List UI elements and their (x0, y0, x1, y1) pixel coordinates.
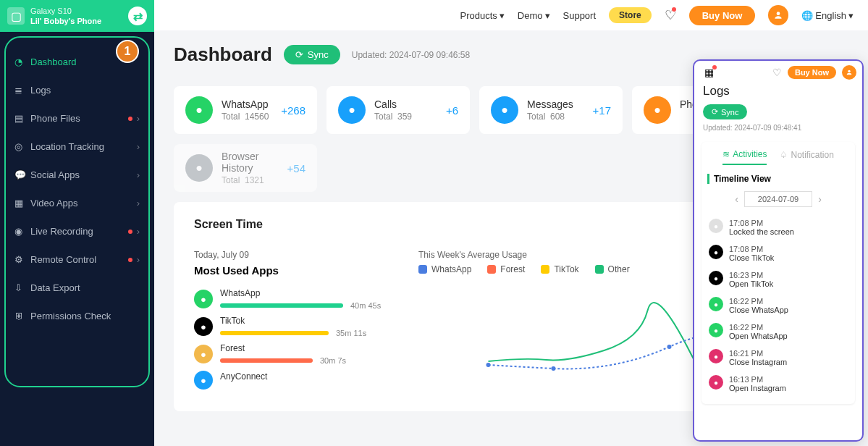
sidebar-item-social-apps[interactable]: 💬Social Apps› (0, 161, 154, 189)
event-icon: ● (709, 349, 723, 363)
sidebar-item-remote-control[interactable]: ⚙Remote Control› (0, 245, 154, 274)
svg-point-5 (848, 70, 850, 72)
sync-button[interactable]: ⟳Sync (284, 45, 340, 64)
event-desc: Locked the screen (729, 227, 794, 236)
sidebar-item-logs[interactable]: ≣Logs (0, 76, 154, 104)
legend-item: WhatsApp (418, 264, 471, 274)
sidebar-item-live-recording[interactable]: ◉Live Recording› (0, 217, 154, 245)
device-model: Galaxy S10 (30, 6, 122, 16)
sidebar-label: Phone Files (30, 113, 128, 124)
card-total: Total 1321 (222, 175, 279, 185)
card-total: Total 608 (527, 112, 584, 122)
app-bar (220, 331, 329, 335)
event-desc: Open WhatsApp (729, 332, 788, 340)
android-icon: ▢ (7, 7, 25, 25)
sync-icon: ⟳ (295, 49, 303, 60)
layers-icon: ≋ (722, 149, 730, 159)
app-row: ●TikTok35m 11s (194, 316, 389, 337)
event-desc: Open TikTok (729, 279, 773, 288)
app-name: WhatsApp (220, 288, 389, 298)
stat-card-whatsapp[interactable]: ●WhatsAppTotal 14560+268 (174, 86, 317, 134)
sidebar-icon: ⛨ (14, 311, 30, 321)
sidebar-item-phone-files[interactable]: ▤Phone Files› (0, 104, 154, 132)
chevron-down-icon: ▾ (500, 10, 505, 21)
buy-now-button[interactable]: Buy Now (689, 6, 756, 25)
date-next[interactable]: › (818, 193, 822, 205)
chevron-right-icon: › (137, 169, 140, 180)
card-icon: ● (338, 96, 366, 124)
timeline-event[interactable]: ●16:23 PMOpen TikTok (707, 266, 849, 293)
timeline-event[interactable]: ●16:22 PMOpen WhatsApp (707, 319, 849, 345)
event-desc: Open Instagram (729, 384, 786, 392)
sidebar-icon: 💬 (14, 169, 30, 180)
legend-swatch (595, 265, 604, 274)
mobile-avatar[interactable] (842, 65, 856, 80)
app-bar (220, 358, 313, 363)
legend-swatch (541, 265, 549, 274)
app-name: TikTok (220, 316, 389, 326)
tab-activities[interactable]: ≋Activities (722, 149, 767, 165)
card-icon: ● (185, 154, 213, 182)
bell-icon: ♤ (780, 150, 788, 160)
nav-support[interactable]: Support (563, 10, 597, 21)
mobile-updated: Updated: 2024-07-09 09:48:41 (694, 124, 862, 138)
language-select[interactable]: 🌐English▾ (801, 10, 854, 21)
timeline-event[interactable]: ●16:21 PMClose Instagram (707, 345, 849, 371)
timeline-event[interactable]: ●16:13 PMOpen Instagram (707, 371, 849, 397)
nav-products[interactable]: Products▾ (460, 10, 505, 21)
sidebar-icon: ≣ (14, 85, 30, 96)
store-button[interactable]: Store (609, 7, 652, 23)
sidebar-label: Social Apps (30, 169, 137, 180)
card-icon: ● (185, 96, 213, 124)
sidebar-icon: ◎ (14, 141, 30, 152)
app-row: ●AnyConnect (194, 371, 389, 390)
stat-card-calls[interactable]: ●CallsTotal 359+6 (326, 86, 470, 134)
device-header[interactable]: ▢ Galaxy S10 Lil' Bobby's Phone ⇄ (0, 0, 154, 32)
mobile-buy-now[interactable]: Buy Now (788, 66, 836, 79)
legend-item: TikTok (541, 264, 578, 274)
tab-notification[interactable]: ♤Notification (780, 149, 833, 165)
most-used-title: Most Used Apps (194, 264, 389, 277)
sidebar-item-data-export[interactable]: ⇩Data Export (0, 274, 154, 302)
timeline-event[interactable]: ●16:22 PMClose WhatsApp (707, 293, 849, 319)
sidebar-label: Location Tracking (30, 141, 137, 152)
legend-label: Forest (500, 264, 525, 274)
stat-card-messages[interactable]: ●MessagesTotal 608+17 (479, 86, 623, 134)
sidebar-item-location-tracking[interactable]: ◎Location Tracking› (0, 132, 154, 161)
app-row: ●WhatsApp40m 45s (194, 288, 389, 310)
date-display[interactable]: 2024-07-09 (744, 191, 812, 207)
chevron-right-icon: › (137, 254, 140, 265)
mobile-sync-button[interactable]: ⟳Sync (703, 104, 747, 119)
nav-demo[interactable]: Demo▾ (518, 10, 550, 21)
sidebar-icon: ◔ (14, 56, 30, 67)
legend-swatch (487, 265, 496, 274)
today-label: Today, July 09 (194, 250, 389, 260)
app-duration: 30m 7s (320, 356, 346, 365)
globe-icon: 🌐 (801, 10, 813, 21)
timeline-event[interactable]: ●17:08 PMLocked the screen (707, 214, 849, 240)
chevron-down-icon: ▾ (545, 10, 550, 21)
bell-icon[interactable]: ♡ (665, 7, 676, 23)
swap-icon[interactable]: ⇄ (128, 7, 147, 25)
app-duration: 35m 11s (336, 329, 366, 337)
device-name: Lil' Bobby's Phone (30, 16, 122, 26)
stat-card-browser-history[interactable]: ●Browser HistoryTotal 1321+54 (174, 144, 317, 192)
mobile-overlay: ▦ ♡ Buy Now Logs ⟳Sync Updated: 2024-07-… (693, 59, 864, 442)
sidebar-label: Video Apps (30, 198, 137, 209)
avatar[interactable] (768, 5, 788, 25)
chevron-right-icon: › (137, 113, 140, 124)
date-prev[interactable]: ‹ (735, 193, 738, 205)
mobile-logo-icon: ▦ (704, 67, 714, 78)
card-name: Calls (374, 98, 437, 110)
sidebar-label: Data Export (30, 282, 140, 293)
svg-point-0 (777, 12, 780, 15)
legend-item: Forest (487, 264, 525, 274)
event-time: 16:13 PM (729, 375, 786, 384)
sidebar-item-permissions-check[interactable]: ⛨Permissions Check (0, 302, 154, 330)
bell-icon[interactable]: ♡ (772, 67, 782, 78)
timeline-event[interactable]: ●17:08 PMClose TikTok (707, 240, 849, 266)
card-delta: +268 (281, 104, 306, 117)
app-name: Forest (220, 343, 389, 353)
sidebar-label: Permissions Check (30, 311, 140, 321)
sidebar-item-video-apps[interactable]: ▦Video Apps› (0, 189, 154, 217)
